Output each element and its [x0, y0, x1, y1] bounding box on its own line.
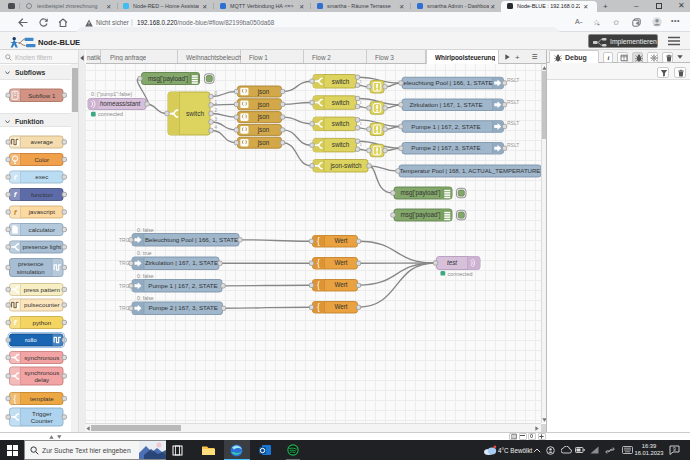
svg-text:Wert: Wert [334, 259, 347, 266]
svg-text:{: { [317, 236, 320, 246]
svg-text:javascript: javascript [28, 208, 55, 215]
svg-text:simulation: simulation [17, 268, 45, 275]
svg-text:TRG: TRG [119, 283, 130, 289]
svg-text:delay: delay [34, 376, 50, 383]
svg-text:1: 1 [215, 100, 218, 105]
svg-text:json: json [257, 101, 270, 109]
svg-text:msg['payload']: msg['payload'] [148, 75, 188, 83]
svg-text:Wert: Wert [334, 237, 347, 244]
svg-text:pulsecounter: pulsecounter [24, 301, 59, 308]
svg-text:{: { [317, 302, 320, 312]
svg-text:Color: Color [34, 156, 49, 163]
svg-text:connected: connected [448, 271, 473, 277]
svg-text:2: 2 [215, 108, 218, 113]
svg-text:{: { [317, 258, 320, 268]
svg-text:Subflow 1: Subflow 1 [28, 92, 56, 99]
svg-text:TRG: TRG [119, 260, 130, 266]
svg-text:switch: switch [186, 110, 204, 117]
svg-text:RSLT: RSLT [507, 77, 519, 83]
svg-text:RSLT: RSLT [507, 142, 519, 148]
svg-text:TRG: TRG [119, 305, 130, 311]
svg-text:0: true: 0: true [137, 250, 152, 256]
svg-text:Pumpe 1 | 167, 2, STATE: Pumpe 1 | 167, 2, STATE [411, 123, 480, 130]
svg-text:switch: switch [332, 99, 350, 106]
svg-text:0: 0 [215, 91, 218, 96]
svg-text:press pattern: press pattern [24, 286, 61, 293]
svg-text:average: average [31, 138, 54, 145]
svg-text:RSLT: RSLT [507, 120, 519, 126]
svg-text:calculator: calculator [29, 226, 55, 233]
svg-text:Pumpe 2 | 167, 3, STATE: Pumpe 2 | 167, 3, STATE [148, 304, 217, 311]
svg-text:msg['payload']: msg['payload'] [401, 211, 441, 219]
svg-text:json-switch: json-switch [329, 162, 362, 170]
svg-text:0: false: 0: false [137, 227, 154, 233]
svg-text:Wert: Wert [334, 281, 347, 288]
svg-text:switch: switch [332, 120, 350, 127]
svg-text:Pumpe 2 | 167, 3, STATE: Pumpe 2 | 167, 3, STATE [411, 144, 480, 151]
svg-text:1: 1 [360, 142, 363, 147]
svg-text:TRG: TRG [119, 237, 130, 243]
svg-text:function: function [31, 191, 53, 198]
svg-text:switch: switch [332, 78, 350, 85]
svg-text:3: 3 [215, 117, 218, 122]
svg-text:Trigger: Trigger [32, 410, 51, 417]
svg-text:python: python [33, 319, 52, 326]
svg-text:msg['payload']: msg['payload'] [401, 189, 441, 197]
svg-text:template: template [30, 395, 54, 402]
svg-text:1: 1 [360, 121, 363, 126]
svg-text:synchronous: synchronous [24, 369, 59, 376]
svg-text:presence light: presence light [23, 243, 62, 250]
svg-text:connected: connected [98, 111, 123, 117]
svg-text:json: json [257, 113, 270, 121]
svg-text:exec: exec [35, 173, 48, 180]
svg-text:{: { [14, 394, 17, 404]
svg-text:Zirkulation | 167, 1, STATE: Zirkulation | 167, 1, STATE [145, 259, 218, 266]
svg-text:homeassistant: homeassistant [100, 100, 141, 107]
svg-text:4: 4 [215, 125, 218, 130]
svg-text:Pumpe 1 | 167, 2, STATE: Pumpe 1 | 167, 2, STATE [148, 282, 217, 289]
svg-text:0: false: 0: false [137, 273, 154, 279]
svg-text:{: { [317, 280, 320, 290]
svg-text:synchronous: synchronous [24, 354, 59, 361]
svg-text:json: json [257, 126, 270, 134]
svg-text:Beleuchtung Pool | 166, 1, STA: Beleuchtung Pool | 166, 1, STATE [145, 236, 238, 243]
svg-text:0: false: 0: false [137, 295, 154, 301]
svg-text:RSLT: RSLT [507, 99, 519, 105]
svg-text:test: test [447, 259, 457, 266]
svg-text:Zirkulation | 167, 1, STATE: Zirkulation | 167, 1, STATE [409, 101, 482, 108]
svg-text:Counter: Counter [31, 417, 53, 424]
svg-text:json: json [257, 88, 270, 96]
svg-text:switch: switch [332, 141, 350, 148]
svg-text:rollo: rollo [25, 336, 37, 343]
svg-text:Beleuchtung Pool | 166, 1, STA: Beleuchtung Pool | 166, 1, STATE [399, 79, 492, 86]
svg-text:presence: presence [18, 260, 44, 267]
svg-text:0: {"pump1":false}: 0: {"pump1":false} [91, 91, 132, 97]
svg-text:Wert: Wert [334, 303, 347, 310]
svg-text:Temperatur Pool | 168, 1, ACTU: Temperatur Pool | 168, 1, ACTUAL_TEMPERA… [400, 168, 541, 174]
svg-text:json: json [257, 139, 270, 147]
svg-text:9: 9 [673, 446, 676, 452]
